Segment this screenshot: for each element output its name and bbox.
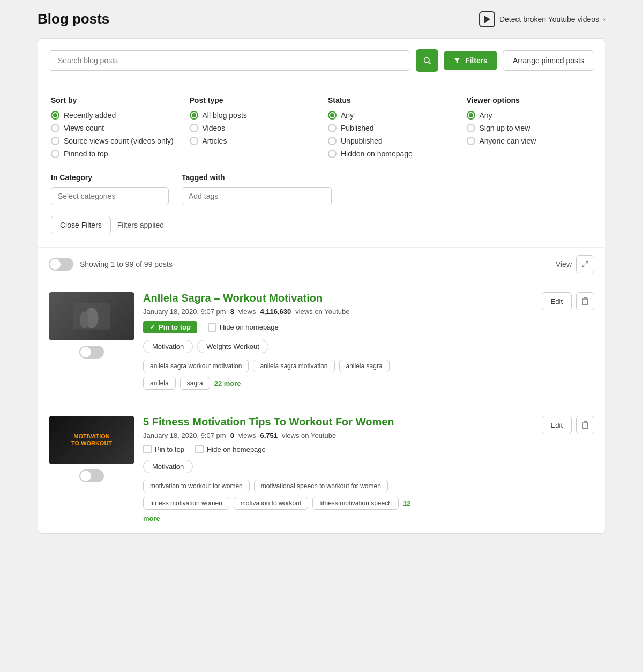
sort-source-views[interactable]: Source views count (videos only) xyxy=(51,137,177,145)
radio-anyone xyxy=(467,137,475,145)
arrange-pinned-button[interactable]: Arrange pinned posts xyxy=(503,50,594,71)
viewer-signup[interactable]: Sign up to view xyxy=(467,124,593,132)
post-thumbnail: MOTIVATIONTO WORKOUT xyxy=(49,416,134,464)
seo-tag[interactable]: anllela sagra xyxy=(339,360,390,372)
post-seo-tags: anllela sagra workout motivation anllela… xyxy=(143,360,594,372)
filters-grid: Sort by Recently added Views count Sourc… xyxy=(51,96,592,162)
page-header: Blog posts Detect broken Youtube videos … xyxy=(38,11,605,27)
tags-input[interactable] xyxy=(182,187,332,205)
seo-tag[interactable]: sagra xyxy=(180,377,210,390)
pin-to-top-checkbox[interactable]: Pin to top xyxy=(143,445,184,453)
hide-on-homepage-checkbox[interactable]: Hide on homepage xyxy=(208,323,279,332)
thumbnail-image xyxy=(49,292,134,340)
thumbnail-label: MOTIVATIONTO WORKOUT xyxy=(69,431,114,449)
type-videos[interactable]: Videos xyxy=(190,124,316,132)
toggle-knob xyxy=(80,471,91,481)
type-all[interactable]: All blog posts xyxy=(190,111,316,120)
category-tag[interactable]: Motivation xyxy=(143,340,193,353)
viewer-options-label: Viewer options xyxy=(467,96,593,104)
viewer-any[interactable]: Any xyxy=(467,111,593,120)
pin-checkbox-box xyxy=(143,445,152,453)
seo-tag[interactable]: anllela sagra workout motivation xyxy=(143,360,249,372)
radio-all-posts xyxy=(190,111,198,120)
filters-applied-text: Filters applied xyxy=(117,221,164,229)
svg-line-4 xyxy=(586,262,588,264)
page-title: Blog posts xyxy=(38,11,109,27)
post-card: Edit Anllela Sagra – Workout Motivation … xyxy=(38,281,605,405)
svg-line-5 xyxy=(582,265,585,267)
hide-checkbox-box xyxy=(208,323,216,332)
status-any[interactable]: Any xyxy=(328,111,454,120)
post-content: Edit 5 Fitness Motivation Tips To Workou… xyxy=(143,416,594,522)
post-title[interactable]: Anllela Sagra – Workout Motivation xyxy=(143,292,594,304)
results-toggle[interactable] xyxy=(49,258,73,271)
status-published[interactable]: Published xyxy=(328,124,454,132)
svg-point-8 xyxy=(80,312,89,328)
hide-on-homepage-checkbox[interactable]: Hide on homepage xyxy=(195,445,266,453)
delete-button[interactable] xyxy=(576,416,594,434)
status-unpublished[interactable]: Unpublished xyxy=(328,137,454,145)
category-input[interactable] xyxy=(51,187,169,205)
edit-button[interactable]: Edit xyxy=(542,292,572,310)
close-filters-button[interactable]: Close Filters xyxy=(51,216,111,234)
search-input[interactable] xyxy=(49,50,410,71)
tagged-with-group: Tagged with xyxy=(182,173,592,205)
pin-to-top-checked[interactable]: ✓ Pin to top xyxy=(143,321,197,333)
sort-by-group: Sort by Recently added Views count Sourc… xyxy=(51,96,177,162)
seo-tag[interactable]: anllela sagra motivation xyxy=(253,360,334,372)
detect-broken-link[interactable]: Detect broken Youtube videos › xyxy=(479,11,605,27)
search-button[interactable] xyxy=(416,49,438,72)
post-meta: January 18, 2020, 9:07 pm 0 views 6,751 … xyxy=(143,431,594,439)
post-seo-tags-row2: fitness motivation women motivation to w… xyxy=(143,497,594,510)
seo-tag[interactable]: fitness motivation speech xyxy=(312,497,399,510)
filters-label: Filters xyxy=(465,56,488,65)
post-categories: Motivation xyxy=(143,460,594,473)
post-thumbnail xyxy=(49,292,134,340)
more-tags-link[interactable]: more xyxy=(143,514,160,522)
seo-tag[interactable]: motivational speech to workout for women xyxy=(254,480,388,492)
post-thumb-wrapper: MOTIVATIONTO WORKOUT xyxy=(49,416,134,522)
seo-tag[interactable]: motivation to workout xyxy=(234,497,308,510)
edit-button[interactable]: Edit xyxy=(542,416,572,434)
tagged-with-label: Tagged with xyxy=(182,173,592,182)
category-tag[interactable]: Weights Workout xyxy=(197,340,268,353)
results-bar: Showing 1 to 99 of 99 posts View xyxy=(38,248,605,281)
seo-tag[interactable]: motivation to workout for women xyxy=(143,480,250,492)
filters-panel: Sort by Recently added Views count Sourc… xyxy=(38,83,605,248)
expand-button[interactable] xyxy=(576,255,594,273)
post-visibility-toggle[interactable] xyxy=(79,469,104,482)
view-controls: View xyxy=(556,255,594,273)
radio-articles xyxy=(190,137,198,145)
delete-button[interactable] xyxy=(576,292,594,310)
viewer-anyone[interactable]: Anyone can view xyxy=(467,137,593,145)
search-input-wrapper xyxy=(49,50,410,71)
more-tags-link[interactable]: 22 more xyxy=(214,379,241,387)
category-tag[interactable]: Motivation xyxy=(143,460,193,473)
post-visibility-toggle[interactable] xyxy=(79,346,104,359)
post-toggle xyxy=(49,469,134,482)
post-seo-tags: motivation to workout for women motivati… xyxy=(143,480,594,492)
in-category-label: In Category xyxy=(51,173,169,182)
search-bar: Filters Arrange pinned posts xyxy=(38,39,605,83)
radio-signup xyxy=(467,124,475,132)
toggle-knob xyxy=(80,347,91,357)
seo-tag[interactable]: fitness motivation women xyxy=(143,497,229,510)
seo-tag[interactable]: anllela xyxy=(143,377,176,390)
sort-views-count[interactable]: Views count xyxy=(51,124,177,132)
sort-recently-added[interactable]: Recently added xyxy=(51,111,177,120)
post-card: MOTIVATIONTO WORKOUT Edit xyxy=(38,405,605,533)
filters-button[interactable]: Filters xyxy=(444,51,497,70)
view-label: View xyxy=(556,260,572,268)
radio-pinned xyxy=(51,150,59,158)
radio-published xyxy=(328,124,337,132)
post-meta: January 18, 2020, 9:07 pm 8 views 4,116,… xyxy=(143,308,594,316)
post-title[interactable]: 5 Fitness Motivation Tips To Workout For… xyxy=(143,416,594,428)
type-articles[interactable]: Articles xyxy=(190,137,316,145)
status-hidden[interactable]: Hidden on homepage xyxy=(328,150,454,158)
post-toggle xyxy=(49,346,134,359)
post-categories: Motivation Weights Workout xyxy=(143,340,594,353)
in-category-group: In Category xyxy=(51,173,169,205)
chevron-right-icon: › xyxy=(603,16,605,23)
svg-point-1 xyxy=(424,58,429,63)
sort-pinned[interactable]: Pinned to top xyxy=(51,150,177,158)
